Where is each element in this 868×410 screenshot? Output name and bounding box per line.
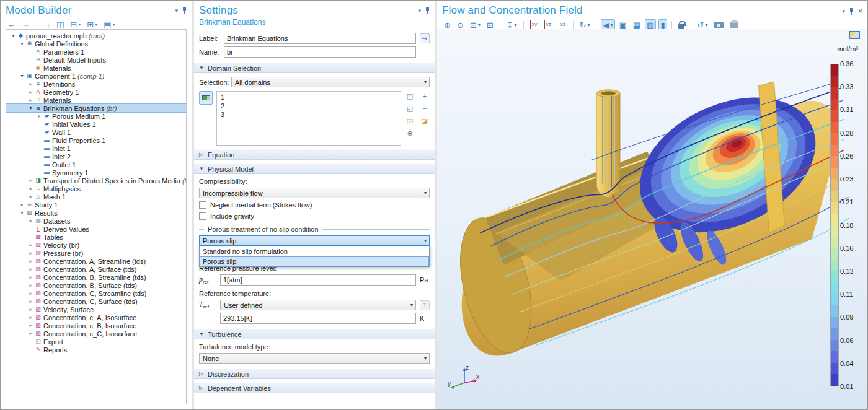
label-input[interactable] xyxy=(224,33,416,44)
expand-all-icon-caret[interactable]: ▾ xyxy=(95,22,97,27)
default-view-icon-caret[interactable]: ▾ xyxy=(515,22,517,28)
tree-collapsed-caret-icon[interactable]: ▸ xyxy=(27,81,34,87)
tree-item[interactable]: ▸◨Transport of Diluted Species in Porous… xyxy=(6,177,186,185)
pin-icon[interactable] xyxy=(849,8,854,15)
clear-selection-icon[interactable]: ◪ xyxy=(420,116,430,127)
tree-collapsed-caret-icon[interactable]: ▸ xyxy=(27,258,34,264)
tree-collapsed-caret-icon[interactable]: ▸ xyxy=(27,218,34,224)
tree-expanded-caret-icon[interactable]: ▾ xyxy=(19,41,25,46)
rename-icon[interactable]: ↪ xyxy=(420,33,430,43)
pin-icon[interactable] xyxy=(182,7,187,14)
tree-item[interactable]: ▸∷Materials xyxy=(6,96,186,104)
tree-item[interactable]: ▬Fluid Properties 1 xyxy=(6,136,186,144)
tree-item[interactable]: ▸▧Concentration, B, Streamline (tds) xyxy=(6,273,186,281)
tree-item[interactable]: ▾▨Results xyxy=(6,209,186,217)
turbulence-model-combo[interactable]: None ▾ xyxy=(199,353,430,364)
temperature-input[interactable] xyxy=(220,313,416,324)
close-icon[interactable]: × xyxy=(858,7,862,15)
domain-list-item[interactable]: 1 xyxy=(217,93,401,102)
domain-list-item[interactable]: 3 xyxy=(217,110,401,119)
tree-item[interactable]: ◰Export xyxy=(6,338,186,346)
domain-list-item[interactable]: 2 xyxy=(217,102,401,110)
tree-expanded-caret-icon[interactable]: ▾ xyxy=(10,33,17,38)
tree-item[interactable]: ▸≡Definitions xyxy=(6,80,186,88)
remove-icon[interactable]: − xyxy=(420,104,430,115)
tree-item[interactable]: ▸▧Velocity (br) xyxy=(6,241,186,249)
tree-item[interactable]: ▸▧Concentration, c_A, Isosurface xyxy=(6,313,186,321)
tree-collapsed-caret-icon[interactable]: ▸ xyxy=(27,250,34,256)
tree-item[interactable]: ▾◆porous_reactor.mph(root) xyxy=(6,32,186,40)
tree-item[interactable]: ▸▧Concentration, c_C, Isosurface xyxy=(6,329,186,338)
tree-collapsed-caret-icon[interactable]: ▸ xyxy=(27,274,34,280)
tree-collapsed-caret-icon[interactable]: ▸ xyxy=(27,307,34,312)
collapse-all-icon-caret[interactable]: ▾ xyxy=(78,22,81,27)
tree-item[interactable]: ▰Wall 1 xyxy=(6,128,186,136)
tree-item[interactable]: ▸∞Study 1 xyxy=(6,201,186,209)
zoom-box-icon-caret[interactable]: ▾ xyxy=(478,22,480,28)
panel-menu-caret-icon[interactable]: ▾ xyxy=(175,7,178,14)
tree-item[interactable]: ▸▧Concentration, c_B, Isosurface xyxy=(6,321,186,329)
tree-item[interactable]: ▦Tables xyxy=(6,233,186,241)
noslip-option[interactable]: Standard no slip formulation xyxy=(200,246,429,256)
tree-item[interactable]: ▸▦Datasets xyxy=(6,217,186,225)
tree-expanded-caret-icon[interactable]: ▾ xyxy=(19,73,25,79)
section-dependent-variables[interactable]: ▷ Dependent Variables xyxy=(194,383,435,393)
section-equation[interactable]: ▷ Equation xyxy=(194,149,435,160)
tree-item[interactable]: ▸AGeometry 1 xyxy=(6,88,186,96)
ref-pressure-input[interactable] xyxy=(220,274,416,286)
section-physical-model[interactable]: ▼ Physical Model xyxy=(194,164,435,174)
tree-collapsed-caret-icon[interactable]: ▸ xyxy=(27,299,34,304)
selection-combo[interactable]: All domains ▾ xyxy=(231,77,430,87)
tree-collapsed-caret-icon[interactable]: ▸ xyxy=(27,266,34,272)
reactor-3d-view[interactable] xyxy=(437,29,867,409)
tree-collapsed-caret-icon[interactable]: ▸ xyxy=(27,194,34,199)
compressibility-combo[interactable]: Incompressible flow ▾ xyxy=(199,188,430,198)
section-domain-selection[interactable]: ▼ Domain Selection xyxy=(194,63,435,73)
rotate-icon-caret[interactable]: ▾ xyxy=(587,22,590,28)
tree-item[interactable]: ▸△Mesh 1 xyxy=(6,193,186,201)
name-input[interactable] xyxy=(224,46,416,58)
tree-item[interactable]: ▸▧Concentration, B, Surface (tds) xyxy=(6,281,186,289)
noslip-option[interactable]: Porous slip xyxy=(200,256,429,266)
tree-item[interactable]: ▾◙Brinkman Equations(br) xyxy=(6,104,186,112)
scene-light-icon-caret[interactable]: ▾ xyxy=(610,22,613,28)
tree-item[interactable]: ▬Inlet 1 xyxy=(6,144,186,152)
tree-item[interactable]: ▸▧Concentration, C, Streamline (tds) xyxy=(6,289,186,297)
tree-collapsed-caret-icon[interactable]: ▸ xyxy=(27,290,34,296)
graphics-canvas[interactable]: 0.360.330.310.280.260.230.210.180.160.13… xyxy=(437,29,867,409)
pin-icon[interactable] xyxy=(425,7,430,14)
panel-menu-caret-icon[interactable]: ▾ xyxy=(842,8,845,14)
tree-item[interactable]: ◉Materials xyxy=(6,64,186,72)
tree-expanded-caret-icon[interactable]: ▾ xyxy=(19,210,25,216)
tree-item[interactable]: ▸▧Concentration, C, Surface (tds) xyxy=(6,297,186,305)
tree-item[interactable]: ▾⊕Global Definitions xyxy=(6,40,186,48)
tree-item[interactable]: ▸▧Concentration, A, Streamline (tds) xyxy=(6,257,186,265)
tree-item[interactable]: PiParameters 1 xyxy=(6,48,186,56)
tree-item[interactable]: ▾▣Component 1(comp 1) xyxy=(6,72,186,80)
add-icon[interactable]: + xyxy=(420,92,430,102)
panel-menu-caret-icon[interactable]: ▾ xyxy=(418,7,421,14)
tree-collapsed-caret-icon[interactable]: ▸ xyxy=(27,331,34,336)
tree-collapsed-caret-icon[interactable]: ▸ xyxy=(27,186,34,191)
tree-collapsed-caret-icon[interactable]: ▸ xyxy=(27,97,34,103)
tree-item[interactable]: ▰Initial Values 1 xyxy=(6,120,186,128)
update-icon-caret[interactable]: ▾ xyxy=(705,22,707,28)
stokes-flow-checkbox[interactable] xyxy=(199,201,206,209)
tree-item[interactable]: ▸▰Porous Medium 1 xyxy=(6,112,186,120)
tree-expanded-caret-icon[interactable]: ▾ xyxy=(27,105,34,111)
tree-item[interactable]: ▬Inlet 2 xyxy=(6,152,186,160)
noslip-combo[interactable]: Porous slip ▾ xyxy=(199,235,430,246)
tree-item[interactable]: ▸▧Velocity, Surface xyxy=(6,305,186,313)
tree-item[interactable]: ▬Outlet 1 xyxy=(6,160,186,168)
create-selection-icon[interactable]: ◳ xyxy=(405,92,415,102)
domain-list[interactable]: 123 xyxy=(216,91,401,146)
tree-collapsed-caret-icon[interactable]: ▸ xyxy=(36,113,43,119)
activate-selection-toggle[interactable] xyxy=(199,91,213,105)
tree-collapsed-caret-icon[interactable]: ▸ xyxy=(27,178,34,183)
tree-collapsed-caret-icon[interactable]: ▸ xyxy=(27,89,34,95)
copy-icon[interactable]: ◱ xyxy=(405,104,415,115)
tree-collapsed-caret-icon[interactable]: ▸ xyxy=(27,282,34,288)
tree-collapsed-caret-icon[interactable]: ▸ xyxy=(19,202,25,207)
paste-icon[interactable]: ◲ xyxy=(405,116,415,127)
tree-item[interactable]: ▸▧Pressure (br) xyxy=(6,249,186,257)
